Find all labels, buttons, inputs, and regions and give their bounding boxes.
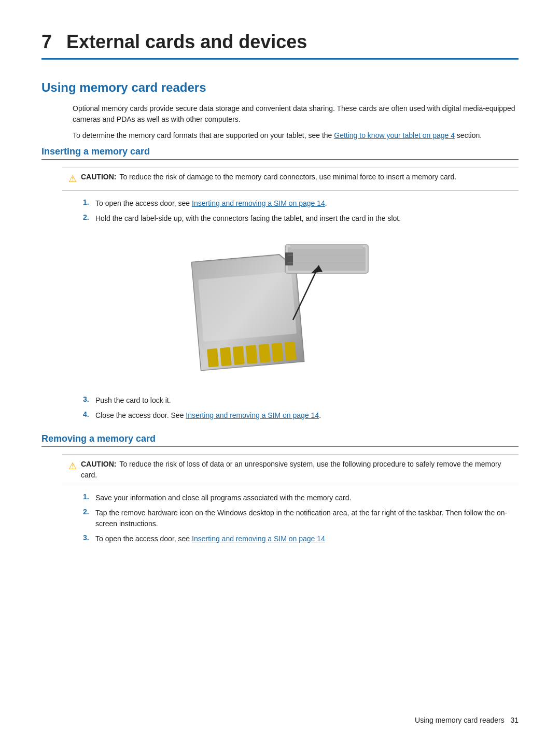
step-insert-4-after: . — [319, 411, 321, 419]
caution-label-inserting: CAUTION: — [81, 173, 116, 181]
intro-para2-text: To determine the memory card formats tha… — [73, 131, 334, 139]
step-insert-1-before: To open the access door, see — [95, 199, 192, 207]
step-insert-3-text: Push the card to lock it. — [95, 395, 519, 406]
step-remove-1-text: Save your information and close all prog… — [95, 493, 519, 503]
svg-rect-7 — [198, 272, 297, 342]
sim-link-1[interactable]: Inserting and removing a SIM on page 14 — [192, 199, 325, 207]
caution-text-inserting: CAUTION:To reduce the risk of damage to … — [81, 172, 456, 182]
step-remove-3-num: 3. — [83, 533, 95, 542]
caution-body-inserting: To reduce the risk of damage to the memo… — [119, 173, 456, 181]
caution-text-removing: CAUTION:To reduce the risk of loss of da… — [81, 459, 512, 481]
subsection-inserting: Inserting a memory card ⚠ CAUTION:To red… — [41, 146, 519, 421]
step-insert-4-text: Close the access door. See Inserting and… — [95, 410, 519, 421]
step-insert-4-num: 4. — [83, 410, 95, 418]
caution-box-inserting: ⚠ CAUTION:To reduce the risk of damage t… — [62, 167, 519, 191]
svg-rect-9 — [288, 247, 366, 271]
step-insert-1: 1. To open the access door, see Insertin… — [83, 198, 519, 209]
step-insert-3-num: 3. — [83, 395, 95, 403]
intro-paragraph-1: Optional memory cards provide secure dat… — [73, 103, 519, 125]
step-insert-3: 3. Push the card to lock it. — [83, 395, 519, 406]
sim-link-2[interactable]: Inserting and removing a SIM on page 14 — [186, 411, 319, 419]
sim-link-3[interactable]: Inserting and removing a SIM on page 14 — [192, 535, 325, 543]
intro-para2-suffix: section. — [455, 131, 482, 139]
step-insert-1-text: To open the access door, see Inserting a… — [95, 198, 519, 209]
section-title-using-memory-card-readers: Using memory card readers — [41, 80, 519, 95]
step-insert-2-num: 2. — [83, 213, 95, 221]
step-insert-1-after: . — [325, 199, 327, 207]
step-remove-1-num: 1. — [83, 493, 95, 501]
svg-rect-10 — [285, 252, 293, 265]
getting-to-know-link[interactable]: Getting to know your tablet on page 4 — [334, 131, 455, 139]
caution-label-removing: CAUTION: — [81, 460, 116, 468]
svg-rect-5 — [272, 343, 284, 362]
svg-rect-1 — [220, 347, 232, 367]
footer: Using memory card readers 31 — [0, 716, 560, 724]
svg-rect-11 — [290, 245, 363, 249]
caution-box-removing: ⚠ CAUTION:To reduce the risk of loss of … — [62, 454, 519, 485]
step-remove-2: 2. Tap the remove hardware icon on the W… — [83, 508, 519, 529]
caution-icon-inserting: ⚠ — [68, 172, 77, 186]
step-insert-1-num: 1. — [83, 198, 95, 206]
svg-rect-6 — [284, 342, 296, 361]
memory-card-image-container — [41, 234, 519, 379]
intro-paragraph-2: To determine the memory card formats tha… — [73, 130, 519, 141]
step-remove-3-text: To open the access door, see Inserting a… — [95, 533, 519, 544]
step-insert-2: 2. Hold the card label-side up, with the… — [83, 213, 519, 224]
svg-rect-3 — [246, 345, 258, 364]
caution-icon-removing: ⚠ — [68, 459, 77, 473]
subsection-title-removing: Removing a memory card — [41, 433, 519, 447]
subsection-title-inserting: Inserting a memory card — [41, 146, 519, 160]
svg-rect-4 — [259, 344, 271, 363]
step-remove-3: 3. To open the access door, see Insertin… — [83, 533, 519, 544]
step-insert-4: 4. Close the access door. See Inserting … — [83, 410, 519, 421]
step-remove-2-num: 2. — [83, 508, 95, 516]
chapter-title: 7External cards and devices — [41, 31, 519, 60]
step-remove-2-text: Tap the remove hardware icon on the Wind… — [95, 508, 519, 529]
chapter-title-text: External cards and devices — [66, 31, 307, 52]
step-insert-2-text: Hold the card label-side up, with the co… — [95, 213, 519, 224]
section-using-memory-card-readers: Using memory card readers Optional memor… — [41, 80, 519, 544]
footer-text: Using memory card readers 31 — [415, 716, 519, 724]
step-insert-4-before: Close the access door. See — [95, 411, 186, 419]
svg-rect-2 — [233, 346, 245, 366]
chapter-number: 7 — [41, 31, 52, 52]
subsection-removing: Removing a memory card ⚠ CAUTION:To redu… — [41, 433, 519, 544]
step-remove-1: 1. Save your information and close all p… — [83, 493, 519, 503]
step-remove-3-before: To open the access door, see — [95, 535, 192, 543]
footer-section-label: Using memory card readers — [415, 716, 505, 724]
svg-rect-0 — [207, 348, 219, 368]
caution-body-removing: To reduce the risk of loss of data or an… — [81, 460, 501, 479]
memory-card-svg — [181, 234, 379, 379]
footer-page-number: 31 — [510, 716, 519, 724]
